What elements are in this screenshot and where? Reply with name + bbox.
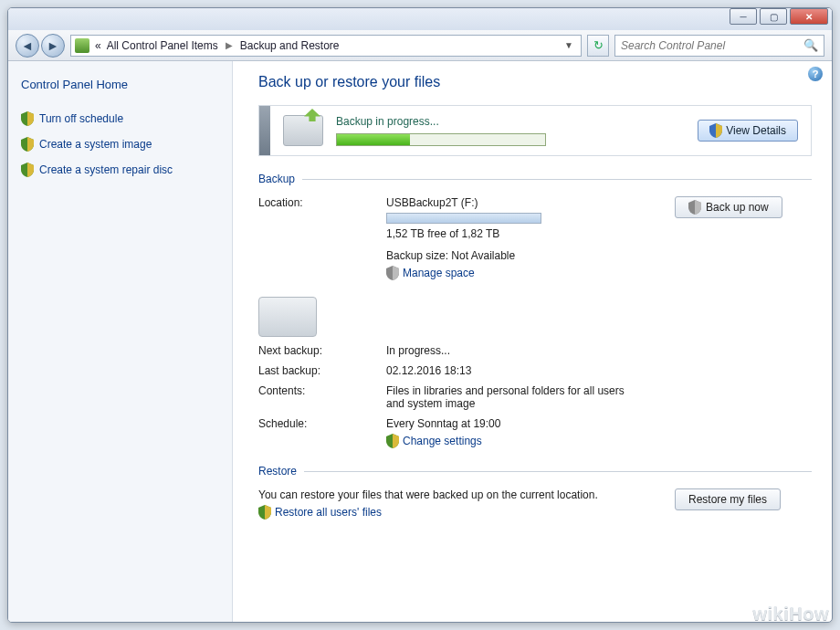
close-button[interactable]: ✕ [790, 8, 828, 25]
shield-icon [688, 200, 701, 215]
minimize-button[interactable]: ─ [730, 8, 757, 25]
shield-icon [709, 123, 722, 138]
shield-icon [21, 137, 34, 152]
restore-description: You can restore your files that were bac… [258, 488, 605, 501]
free-space: 1,52 TB free of 1,82 TB [386, 227, 666, 240]
manage-space-link[interactable]: Manage space [386, 266, 666, 280]
view-details-button[interactable]: View Details [698, 120, 798, 142]
help-icon[interactable]: ? [808, 67, 823, 81]
sidebar-item-label: Turn off schedule [39, 112, 123, 125]
backup-drive-icon [283, 115, 323, 146]
change-settings-link[interactable]: Change settings [386, 434, 666, 448]
shield-icon [258, 505, 271, 520]
maximize-button[interactable]: ▢ [760, 8, 787, 25]
breadcrumb-item[interactable]: All Control Panel Items [107, 39, 218, 52]
content-area: ? Back up or restore your files Backup i… [233, 61, 832, 622]
chevron-right-icon: ▶ [224, 40, 235, 50]
shield-icon [21, 111, 34, 126]
progress-status: Backup in progress... [336, 115, 685, 128]
search-input[interactable] [621, 39, 803, 52]
shield-icon [386, 434, 399, 448]
next-backup-label: Next backup: [258, 344, 377, 357]
button-label: View Details [726, 124, 786, 137]
drive-icon [258, 297, 317, 337]
backup-section: Backup Location: USBBackup2T (F:) 1,52 T… [258, 173, 812, 448]
section-title: Restore [258, 465, 297, 478]
sidebar-item-label: Create a system image [39, 138, 152, 151]
shield-icon [386, 266, 399, 280]
address-bar[interactable]: « All Control Panel Items ▶ Backup and R… [70, 35, 582, 57]
nav-arrows: ◄ ► [16, 34, 65, 58]
nav-toolbar: ◄ ► « All Control Panel Items ▶ Backup a… [8, 30, 832, 61]
sidebar-item-label: Create a system repair disc [39, 163, 173, 176]
breadcrumb-back-chevron[interactable]: « [95, 39, 101, 52]
backup-size: Backup size: Not Available [386, 249, 666, 262]
refresh-button[interactable]: ↻ [587, 35, 609, 57]
breadcrumb-item[interactable]: Backup and Restore [240, 39, 340, 52]
search-box[interactable]: 🔍 [614, 35, 824, 57]
sidebar-home-link[interactable]: Control Panel Home [21, 78, 219, 91]
restore-all-users-link[interactable]: Restore all users' files [258, 505, 382, 520]
last-backup-label: Last backup: [258, 364, 377, 377]
titlebar: ─ ▢ ✕ [8, 8, 832, 30]
schedule-value: Every Sonntag at 19:00 [386, 417, 666, 430]
last-backup-value: 02.12.2016 18:13 [386, 364, 666, 377]
sidebar-turn-off-schedule[interactable]: Turn off schedule [21, 111, 219, 126]
next-backup-value: In progress... [386, 344, 666, 357]
sidebar-create-system-image[interactable]: Create a system image [21, 137, 219, 152]
restore-section: Restore You can restore your files that … [258, 465, 812, 522]
section-title: Backup [258, 173, 295, 185]
backup-progress-panel: Backup in progress... View Details [258, 105, 812, 156]
control-panel-icon [75, 38, 89, 53]
restore-my-files-button[interactable]: Restore my files [675, 488, 781, 510]
progress-bar [336, 133, 546, 146]
panel-accent-bar [259, 106, 270, 155]
back-up-now-button[interactable]: Back up now [675, 196, 782, 218]
forward-button[interactable]: ► [41, 34, 65, 58]
sidebar-create-repair-disc[interactable]: Create a system repair disc [21, 163, 219, 177]
shield-icon [21, 163, 34, 177]
sidebar: Control Panel Home Turn off schedule Cre… [8, 61, 233, 622]
contents-label: Contents: [258, 384, 377, 397]
search-icon: 🔍 [803, 38, 818, 52]
location-value: USBBackup2T (F:) [386, 196, 666, 209]
page-title: Back up or restore your files [258, 74, 812, 90]
disk-usage-bar [386, 213, 541, 224]
address-dropdown[interactable]: ▼ [561, 40, 577, 50]
schedule-label: Schedule: [258, 417, 377, 430]
location-label: Location: [258, 196, 377, 209]
back-button[interactable]: ◄ [16, 34, 39, 58]
watermark: wikiHow [752, 604, 829, 625]
contents-value: Files in libraries and personal folders … [386, 384, 642, 410]
explorer-window: ─ ▢ ✕ ◄ ► « All Control Panel Items ▶ Ba… [7, 7, 833, 623]
